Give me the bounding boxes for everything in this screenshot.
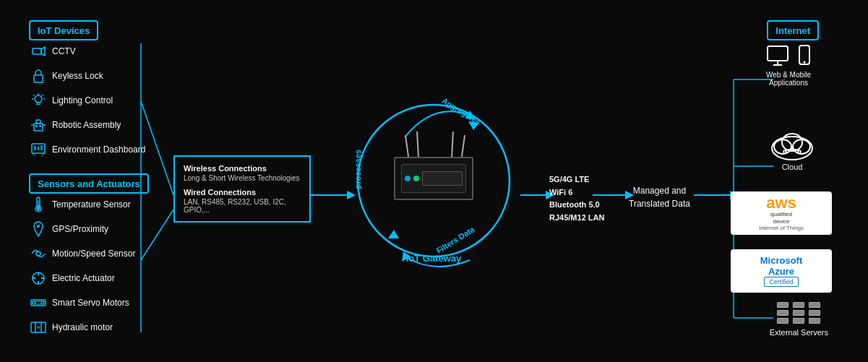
svg-line-25 (43, 95, 44, 96)
server-rack-3 (809, 302, 820, 324)
spec-5g: 5G/4G LTE (549, 173, 604, 186)
list-item: Motion/Speed Sensor (30, 246, 135, 262)
svg-point-40 (37, 207, 40, 211)
translated-line2: Translated Data (629, 197, 690, 210)
sensors-label: Sensors and Actuators (38, 178, 140, 189)
svg-rect-37 (40, 145, 43, 150)
main-diagram: IoT Devices CCTV Keyless Lock Lighting C… (0, 0, 868, 362)
web-mobile-item: Web & Mobile Applications (749, 45, 828, 87)
list-item: Keyless Lock (30, 68, 145, 84)
svg-rect-49 (31, 300, 46, 306)
server-unit (809, 302, 820, 308)
spec-wifi: WiFi 6 (549, 186, 604, 199)
svg-point-28 (35, 125, 38, 127)
aws-logo: aws (766, 195, 796, 211)
azure-item: Microsoft Azure Certified (731, 249, 832, 293)
svg-point-43 (36, 251, 40, 256)
bulb-icon (30, 92, 46, 108)
managed-box: Managed and Translated Data (629, 184, 690, 210)
svg-point-20 (35, 95, 42, 103)
internet-label: Internet (775, 25, 810, 36)
server-icons (777, 302, 820, 324)
list-item: CCTV (30, 43, 145, 59)
aws-iot: Internet of Things (759, 225, 804, 231)
thermometer-icon (30, 197, 46, 212)
device-body (401, 164, 466, 193)
iot-devices-label: IoT Devices (38, 25, 90, 36)
env-dashboard-label: Environment Dashboard (52, 145, 145, 155)
list-item: Lighting Control (30, 92, 145, 108)
list-item: Electric Actuator (30, 270, 135, 286)
svg-rect-35 (34, 146, 36, 150)
servo-label: Smart Servo Motors (52, 298, 129, 308)
temp-sensor-label: Temperature Sensor (52, 199, 131, 210)
cloud-icon (767, 126, 817, 163)
servo-icon (30, 295, 46, 311)
cloud-label: Cloud (782, 163, 803, 171)
iot-devices-box: IoT Devices (29, 20, 98, 40)
svg-point-51 (41, 301, 44, 304)
spec-bt: Bluetooth 5.0 (549, 199, 604, 212)
svg-rect-41 (38, 200, 39, 207)
server-unit (777, 318, 788, 324)
server-unit (777, 302, 788, 308)
aws-badge: aws qualifieddevice Internet of Things (731, 191, 832, 235)
internet-box: Internet (767, 20, 819, 40)
hydraulic-icon (30, 319, 46, 335)
web-mobile-label: Web & Mobile Applications (749, 71, 828, 87)
svg-line-24 (33, 95, 35, 96)
list-item: GPS/Proximity (30, 221, 135, 237)
svg-rect-61 (768, 46, 788, 61)
server-unit (809, 310, 820, 316)
aws-sub: qualifieddevice (770, 211, 792, 225)
specs-box: 5G/4G LTE WiFi 6 Bluetooth 5.0 RJ45/M12 … (549, 173, 604, 224)
gateway-area: Aggregates processes Filters Data IoT Ga… (347, 87, 520, 275)
connections-box: Wireless Connections Long & Short Wirele… (173, 155, 311, 223)
servers-item: External Servers (770, 302, 828, 337)
gateway-label: IoT Gateway (406, 253, 462, 264)
server-unit (793, 318, 804, 324)
gateway-device (394, 157, 473, 200)
wireless-sub: Long & Short Wireless Technologies (184, 174, 301, 182)
list-item: Robotic Assembly (30, 117, 145, 133)
server-rack-1 (777, 302, 788, 324)
managed-line1: Managed and (629, 184, 690, 197)
lighting-label: Lighting Control (52, 95, 113, 105)
svg-marker-60 (388, 230, 399, 238)
azure-badge: Microsoft Azure Certified (731, 249, 832, 293)
azure-name: Azure (768, 266, 794, 277)
svg-rect-17 (33, 48, 41, 54)
svg-rect-27 (36, 120, 40, 124)
lock-icon (30, 68, 46, 84)
gps-icon (30, 221, 46, 237)
wireless-title: Wireless Connections (184, 164, 301, 173)
server-unit (809, 318, 820, 324)
azure-certified: Certified (764, 277, 799, 287)
aws-item: aws qualifieddevice Internet of Things (731, 191, 832, 235)
svg-rect-19 (34, 75, 43, 82)
list-item: Environment Dashboard (30, 142, 145, 158)
server-unit (777, 310, 788, 316)
mobile-icon (798, 45, 811, 66)
robot-icon (30, 117, 46, 133)
svg-rect-36 (38, 147, 40, 150)
actuator-icon (30, 270, 46, 286)
svg-marker-18 (41, 47, 45, 56)
servers-label: External Servers (770, 328, 828, 337)
list-item: Hydraulic motor (30, 319, 135, 335)
cctv-icon (30, 43, 46, 59)
svg-point-50 (33, 301, 35, 304)
wired-title: Wired Connections (184, 188, 301, 197)
keyless-lock-label: Keyless Lock (52, 71, 103, 81)
svg-point-29 (39, 125, 41, 127)
gps-label: GPS/Proximity (52, 224, 108, 234)
web-mobile-icons (766, 45, 811, 66)
list-item: Temperature Sensor (30, 197, 135, 212)
wired-sub: LAN, RS485, RS232, USB, I2C, GPIO,... (184, 198, 301, 214)
sensor-list: Temperature Sensor GPS/Proximity Motion/… (30, 197, 135, 344)
hydraulic-label: Hydraulic motor (52, 322, 113, 332)
svg-line-1 (141, 210, 173, 260)
azure-logo: Microsoft (760, 255, 803, 266)
cloud-item: Cloud (767, 126, 817, 171)
list-item: Smart Servo Motors (30, 295, 135, 311)
